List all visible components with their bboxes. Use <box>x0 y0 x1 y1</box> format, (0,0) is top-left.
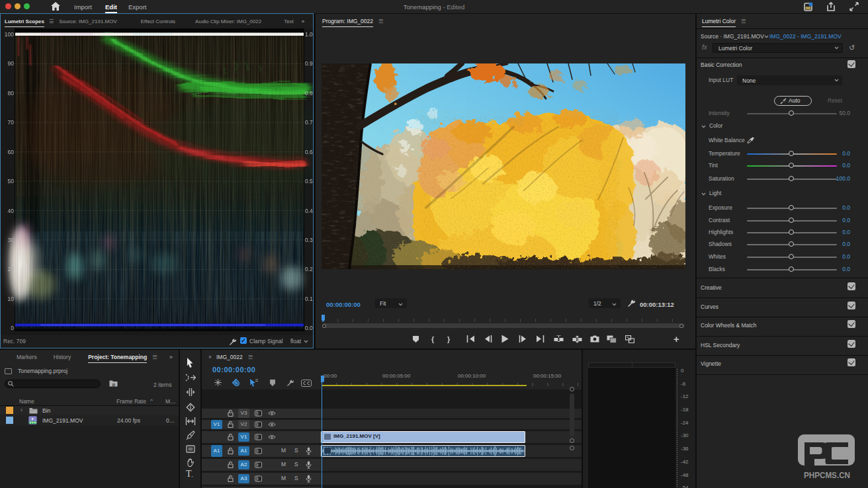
svg-text:0.3: 0.3 <box>305 237 313 243</box>
svg-text:0.9: 0.9 <box>305 60 313 67</box>
svg-text:10: 10 <box>8 296 15 302</box>
svg-text:p: p <box>112 382 115 387</box>
svg-text:70: 70 <box>8 119 15 126</box>
svg-text:0.0: 0.0 <box>305 325 313 331</box>
svg-text:80: 80 <box>8 90 15 97</box>
svg-text:20: 20 <box>8 266 15 272</box>
svg-text:0.4: 0.4 <box>305 208 313 214</box>
svg-text:30: 30 <box>8 237 15 243</box>
svg-text:0.1: 0.1 <box>305 296 313 302</box>
svg-text:60: 60 <box>8 149 15 155</box>
svg-text:0.7: 0.7 <box>305 119 313 126</box>
svg-text:50: 50 <box>8 178 15 184</box>
svg-text:0.6: 0.6 <box>305 149 313 155</box>
svg-text:1.0: 1.0 <box>305 31 313 38</box>
svg-text:90: 90 <box>8 60 15 67</box>
svg-text:0.5: 0.5 <box>305 178 313 184</box>
svg-text:100: 100 <box>5 31 14 38</box>
svg-text:0: 0 <box>11 325 14 331</box>
svg-text:PHPCMS.CN: PHPCMS.CN <box>804 470 850 480</box>
svg-text:0.2: 0.2 <box>305 266 313 272</box>
svg-text:40: 40 <box>8 208 15 214</box>
svg-text:0.8: 0.8 <box>305 90 313 97</box>
